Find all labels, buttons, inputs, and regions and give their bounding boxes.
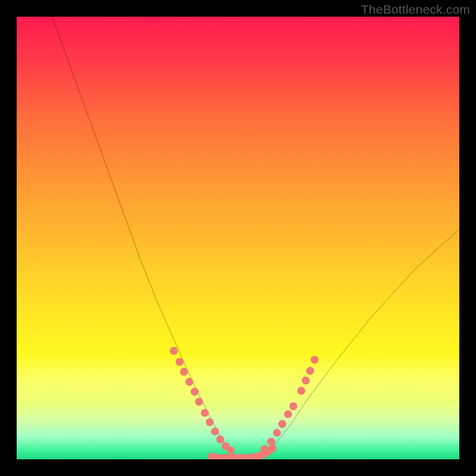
chart-stage: TheBottleneck.com <box>0 0 476 476</box>
watermark-text: TheBottleneck.com <box>361 2 470 17</box>
plot-area <box>17 17 459 459</box>
data-dot <box>298 387 305 394</box>
data-dot <box>190 387 198 395</box>
data-dot <box>278 420 286 428</box>
data-dot <box>206 418 214 426</box>
data-dot <box>227 446 234 454</box>
data-dot <box>185 378 193 386</box>
data-dot <box>273 429 281 437</box>
data-dot <box>306 367 314 375</box>
data-dot <box>268 444 276 452</box>
data-dot <box>284 410 292 418</box>
data-dot <box>180 368 188 375</box>
data-dot <box>302 377 309 384</box>
data-dot <box>195 398 203 406</box>
data-dot <box>311 356 318 364</box>
dots-layer <box>170 347 318 459</box>
data-dot <box>217 436 224 443</box>
data-dot <box>170 347 177 355</box>
data-dot <box>176 358 183 366</box>
chart-svg <box>17 17 459 459</box>
data-dot <box>211 427 219 435</box>
bottleneck-curve-path <box>52 17 459 459</box>
data-dot <box>201 409 209 416</box>
data-dot <box>289 402 297 410</box>
data-dot <box>267 438 275 446</box>
